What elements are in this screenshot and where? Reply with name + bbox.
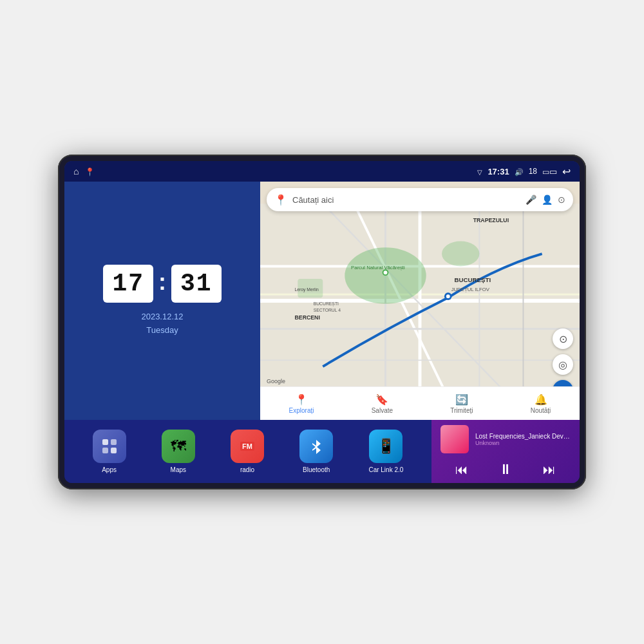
news-icon: 🔔: [535, 393, 547, 406]
back-icon[interactable]: ↩: [562, 166, 571, 178]
svg-text:TRAPEZULUI: TRAPEZULUI: [473, 217, 509, 223]
map-nav-send[interactable]: 🔄 Trimiteți: [450, 393, 473, 414]
map-search-right: 🎤 👤 ⊙: [526, 194, 565, 205]
svg-rect-28: [111, 439, 117, 445]
app-carlink[interactable]: 📱 Car Link 2.0: [368, 430, 403, 473]
next-button[interactable]: ⏭: [538, 461, 561, 478]
clock-minutes: 31: [171, 265, 222, 303]
clock-panel: 17 : 31 2023.12.12 Tuesday: [64, 182, 260, 420]
map-background: TRAPEZULUI BUCUREȘTI JUDEȚUL ILFOV BERCE…: [260, 182, 580, 420]
svg-point-26: [446, 294, 450, 298]
layers-icon[interactable]: ⊙: [558, 194, 565, 205]
clock-hours: 17: [103, 265, 153, 303]
svg-text:BERCENI: BERCENI: [294, 314, 319, 321]
app-maps[interactable]: 🗺 Maps: [162, 430, 195, 473]
map-search-bar[interactable]: 📍 Căutați aici 🎤 👤 ⊙: [267, 188, 573, 211]
radio-label: radio: [240, 466, 254, 473]
svg-rect-29: [102, 448, 108, 453]
status-bar: 17:31 18 ▭ ↩: [64, 161, 580, 182]
volume-level: 18: [529, 167, 537, 176]
map-nav-saved[interactable]: 🔖 Salvate: [372, 393, 393, 414]
location-icon[interactable]: [85, 167, 95, 176]
main-content: 17 : 31 2023.12.12 Tuesday: [64, 182, 580, 483]
svg-text:BUCUREȘTI: BUCUREȘTI: [454, 276, 491, 283]
clock-display: 17 : 31: [103, 265, 221, 303]
svg-text:BUCUREȘTI: BUCUREȘTI: [314, 301, 339, 307]
app-bluetooth[interactable]: Bluetooth: [299, 430, 333, 473]
status-right-icons: 17:31 18 ▭ ↩: [477, 166, 571, 178]
play-pause-button[interactable]: ⏸: [493, 460, 518, 479]
signal-icon: [477, 167, 482, 176]
music-controls: ⏮ ⏸ ⏭: [440, 457, 571, 482]
radio-fm-label: FM: [240, 442, 254, 451]
apps-panel: Apps 🗺 Maps FM radio: [64, 420, 431, 483]
map-nav-news-label: Noutăți: [531, 407, 551, 414]
google-logo: Google: [267, 378, 285, 384]
map-nav-send-label: Trimiteți: [450, 407, 473, 414]
carlink-label: Car Link 2.0: [368, 466, 403, 473]
music-text: Lost Frequencies_Janieck Devy-... Unknow…: [475, 433, 571, 446]
music-thumbnail: [440, 425, 469, 453]
map-nav-news[interactable]: 🔔 Noutăți: [531, 393, 551, 414]
apps-icon-box: [93, 430, 126, 463]
app-radio[interactable]: FM radio: [231, 430, 264, 473]
bluetooth-label: Bluetooth: [303, 466, 330, 473]
device-screen: 17:31 18 ▭ ↩ 17 : 31 2023.12.: [64, 161, 580, 483]
maps-label: Maps: [171, 466, 186, 473]
svg-point-24: [384, 270, 388, 274]
saved-icon: 🔖: [375, 393, 388, 406]
map-panel[interactable]: TRAPEZULUI BUCUREȘTI JUDEȚUL ILFOV BERCE…: [260, 182, 580, 420]
map-nav-explore-label: Explorați: [289, 407, 314, 414]
music-title: Lost Frequencies_Janieck Devy-...: [475, 433, 571, 440]
location-button[interactable]: ◎: [553, 354, 573, 375]
status-left-icons: [73, 166, 95, 176]
send-icon: 🔄: [455, 393, 468, 406]
map-bottom-bar: 📍 Explorați 🔖 Salvate 🔄 Trimiteți �: [260, 386, 580, 420]
compass-button[interactable]: ⊙: [553, 328, 573, 349]
map-nav-explore[interactable]: 📍 Explorați: [289, 393, 314, 414]
status-time: 17:31: [488, 167, 509, 176]
carlink-emoji: 📱: [377, 438, 395, 455]
clock-date: 2023.12.12 Tuesday: [141, 310, 183, 337]
battery-icon: ▭: [542, 167, 557, 176]
home-icon[interactable]: [73, 166, 79, 176]
music-thumb-img: [440, 425, 469, 453]
maps-emoji: 🗺: [171, 437, 186, 455]
svg-point-13: [442, 242, 479, 267]
music-info: Lost Frequencies_Janieck Devy-... Unknow…: [440, 425, 571, 453]
mic-icon[interactable]: 🎤: [526, 194, 536, 205]
svg-text:SECTORUL 4: SECTORUL 4: [314, 308, 341, 312]
bluetooth-icon-box: [299, 430, 333, 463]
volume-icon: [515, 167, 524, 176]
svg-text:Parcul Natural Văcărești: Parcul Natural Văcărești: [351, 265, 405, 270]
apps-label: Apps: [102, 466, 117, 473]
music-panel: Lost Frequencies_Janieck Devy-... Unknow…: [431, 420, 580, 483]
bottom-section: Apps 🗺 Maps FM radio: [64, 420, 580, 483]
prev-button[interactable]: ⏮: [450, 461, 473, 478]
top-section: 17 : 31 2023.12.12 Tuesday: [64, 182, 580, 420]
svg-text:JUDEȚUL ILFOV: JUDEȚUL ILFOV: [451, 287, 490, 292]
maps-icon-box: 🗺: [162, 430, 195, 463]
svg-text:Leroy Merlin: Leroy Merlin: [294, 287, 319, 292]
account-icon[interactable]: 👤: [542, 194, 553, 205]
map-pin-icon: 📍: [274, 194, 287, 206]
radio-icon-box: FM: [231, 430, 264, 463]
music-artist: Unknown: [475, 440, 571, 446]
map-nav-saved-label: Salvate: [372, 407, 393, 414]
clock-colon: :: [158, 269, 166, 296]
svg-rect-30: [111, 448, 117, 453]
carlink-icon-box: 📱: [369, 430, 402, 463]
map-search-text: Căutați aici: [292, 195, 520, 205]
svg-rect-27: [102, 439, 108, 445]
app-apps[interactable]: Apps: [93, 430, 126, 473]
explore-icon: 📍: [295, 393, 308, 406]
device-frame: 17:31 18 ▭ ↩ 17 : 31 2023.12.: [58, 155, 586, 489]
